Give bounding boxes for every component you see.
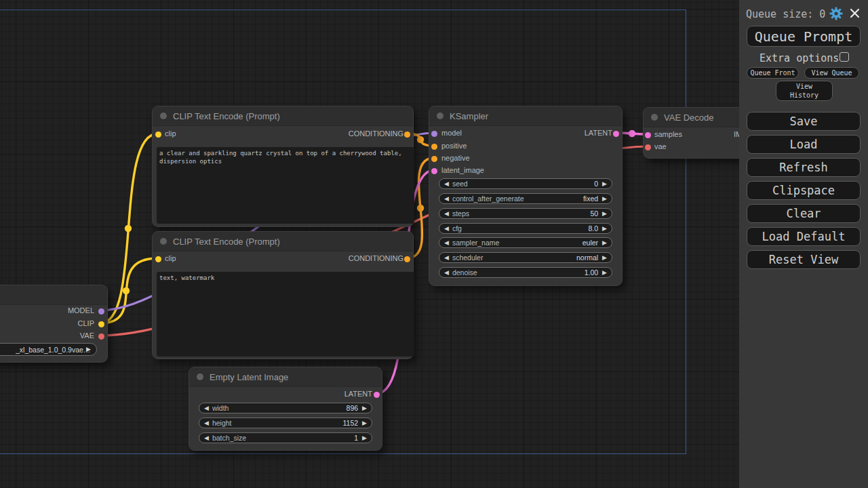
- output-port-vae[interactable]: [98, 333, 104, 340]
- right-arrow-icon[interactable]: ▶: [602, 181, 607, 187]
- queue-front-button[interactable]: Queue Front: [747, 67, 799, 79]
- ckpt-name-widget[interactable]: ◀ _xl_base_1.0_0.9vae… ▶: [0, 343, 97, 356]
- input-port-positive[interactable]: [431, 144, 437, 150]
- widget-seed[interactable]: ◀ seed 0 ▶: [439, 178, 612, 189]
- right-arrow-icon[interactable]: ▶: [602, 270, 607, 276]
- right-arrow-icon[interactable]: ▶: [362, 435, 367, 441]
- node-title-bar[interactable]: [0, 285, 107, 305]
- left-arrow-icon[interactable]: ◀: [444, 226, 449, 232]
- load-button[interactable]: Load: [747, 135, 861, 154]
- link-dot[interactable]: [629, 130, 635, 137]
- input-label-model: model: [441, 129, 462, 137]
- left-arrow-icon[interactable]: ◀: [204, 405, 209, 411]
- widget-scheduler[interactable]: ◀ scheduler normal ▶: [439, 252, 612, 263]
- load-default-button[interactable]: Load Default: [747, 227, 861, 246]
- node-load-checkpoint[interactable]: MODEL CLIP VAE ◀ _xl_base_1.0_0.9vae… ▶: [0, 285, 108, 363]
- node-title: CLIP Text Encode (Prompt): [173, 237, 280, 247]
- input-port-latent-image[interactable]: [431, 168, 437, 174]
- gear-icon[interactable]: [829, 7, 843, 20]
- collapse-dot-icon[interactable]: [651, 114, 658, 121]
- output-port-conditioning[interactable]: [404, 131, 410, 138]
- output-port-latent[interactable]: [613, 131, 619, 137]
- node-title-bar[interactable]: CLIP Text Encode (Prompt): [153, 232, 413, 251]
- node-clip-text-encode-positive[interactable]: CLIP Text Encode (Prompt) clip CONDITION…: [152, 106, 414, 227]
- left-arrow-icon[interactable]: ◀: [204, 420, 209, 426]
- positive-prompt-textarea[interactable]: a clear and sparkling quartz crystal on …: [157, 147, 414, 224]
- output-port-clip[interactable]: [98, 321, 104, 327]
- right-arrow-icon[interactable]: ▶: [602, 211, 607, 217]
- collapse-dot-icon[interactable]: [160, 238, 167, 245]
- collapse-dot-icon[interactable]: [197, 373, 203, 380]
- ckpt-name-value: _xl_base_1.0_0.9vae…: [16, 346, 90, 354]
- widget-width[interactable]: ◀ width 896 ▶: [199, 403, 372, 413]
- node-title-bar[interactable]: CLIP Text Encode (Prompt): [153, 106, 413, 126]
- collapse-dot-icon[interactable]: [160, 113, 167, 119]
- input-port-clip[interactable]: [155, 256, 161, 262]
- widget-sampler-name[interactable]: ◀ sampler_name euler ▶: [439, 237, 612, 248]
- queue-prompt-button[interactable]: Queue Prompt: [747, 26, 861, 47]
- node-title-bar[interactable]: Empty Latent Image: [189, 367, 382, 387]
- view-queue-button[interactable]: View Queue: [804, 67, 859, 79]
- clipspace-button[interactable]: Clipspace: [747, 181, 861, 200]
- left-arrow-icon[interactable]: ◀: [444, 255, 449, 261]
- node-ksampler[interactable]: KSampler model positive negative latent_…: [429, 106, 623, 286]
- view-history-button[interactable]: View History: [776, 81, 833, 101]
- right-arrow-icon[interactable]: ▶: [362, 420, 367, 426]
- output-label-vae: VAE: [80, 331, 94, 340]
- output-label-latent: LATENT: [344, 390, 372, 398]
- node-title: VAE Decode: [664, 113, 713, 123]
- widget-denoise[interactable]: ◀ denoise 1.00 ▶: [439, 267, 612, 278]
- widget-name: scheduler: [452, 253, 576, 262]
- graph-canvas[interactable]: MODEL CLIP VAE ◀ _xl_base_1.0_0.9vae… ▶ …: [0, 0, 739, 488]
- link-dot[interactable]: [125, 225, 132, 232]
- queue-size-label: Queue size: 0: [746, 8, 825, 20]
- collapse-dot-icon[interactable]: [437, 113, 443, 119]
- widget-steps[interactable]: ◀ steps 50 ▶: [439, 208, 612, 219]
- save-button[interactable]: Save: [747, 112, 861, 131]
- negative-prompt-textarea[interactable]: text, watermark: [157, 272, 414, 357]
- reset-view-button[interactable]: Reset View: [747, 250, 861, 269]
- left-arrow-icon[interactable]: ◀: [444, 211, 449, 217]
- left-arrow-icon[interactable]: ◀: [204, 435, 209, 441]
- right-arrow-icon[interactable]: ▶: [602, 240, 607, 246]
- input-port-samples[interactable]: [645, 132, 651, 138]
- output-label-conditioning: CONDITIONING: [349, 254, 403, 262]
- input-port-clip[interactable]: [155, 131, 161, 138]
- input-port-negative[interactable]: [431, 156, 437, 162]
- input-port-vae[interactable]: [645, 144, 651, 150]
- left-arrow-icon[interactable]: ◀: [444, 270, 449, 276]
- output-port-model[interactable]: [98, 308, 104, 314]
- right-arrow-icon[interactable]: ▶: [602, 226, 607, 232]
- link-dot[interactable]: [417, 136, 424, 143]
- input-label-negative: negative: [441, 154, 470, 162]
- comfy-menu: Queue size: 0 Queue Prompt Extra options…: [739, 0, 868, 488]
- node-empty-latent-image[interactable]: Empty Latent Image LATENT ◀ width 896 ▶ …: [189, 367, 382, 451]
- widget-height[interactable]: ◀ height 1152 ▶: [199, 418, 372, 428]
- comfyui-app: MODEL CLIP VAE ◀ _xl_base_1.0_0.9vae… ▶ …: [0, 0, 868, 488]
- widget-batch-size[interactable]: ◀ batch_size 1 ▶: [199, 432, 372, 443]
- widget-value: 1.00: [585, 268, 598, 277]
- widget-cfg[interactable]: ◀ cfg 8.0 ▶: [439, 223, 612, 234]
- right-arrow-icon[interactable]: ▶: [602, 196, 607, 202]
- widget-control-after-generate[interactable]: ◀ control_after_generate fixed ▶: [439, 193, 612, 204]
- extra-options-checkbox[interactable]: [840, 52, 849, 62]
- node-title-bar[interactable]: KSampler: [429, 106, 622, 126]
- link-dot[interactable]: [123, 287, 130, 294]
- refresh-button[interactable]: Refresh: [747, 158, 861, 177]
- output-port-latent[interactable]: [374, 392, 380, 398]
- left-arrow-icon[interactable]: ◀: [444, 240, 449, 246]
- input-label-vae: vae: [654, 142, 667, 150]
- left-arrow-icon[interactable]: ◀: [444, 181, 449, 187]
- right-arrow-icon[interactable]: ▶: [86, 346, 91, 352]
- close-icon[interactable]: [850, 8, 860, 18]
- right-arrow-icon[interactable]: ▶: [362, 405, 367, 411]
- output-label-model: MODEL: [68, 306, 94, 314]
- left-arrow-icon[interactable]: ◀: [444, 196, 449, 202]
- output-port-conditioning[interactable]: [404, 256, 410, 262]
- link-dot[interactable]: [417, 205, 424, 211]
- input-port-model[interactable]: [431, 131, 437, 137]
- node-clip-text-encode-negative[interactable]: CLIP Text Encode (Prompt) clip CONDITION…: [152, 231, 414, 359]
- right-arrow-icon[interactable]: ▶: [602, 255, 607, 261]
- output-label-clip: CLIP: [78, 319, 94, 327]
- clear-button[interactable]: Clear: [747, 204, 861, 223]
